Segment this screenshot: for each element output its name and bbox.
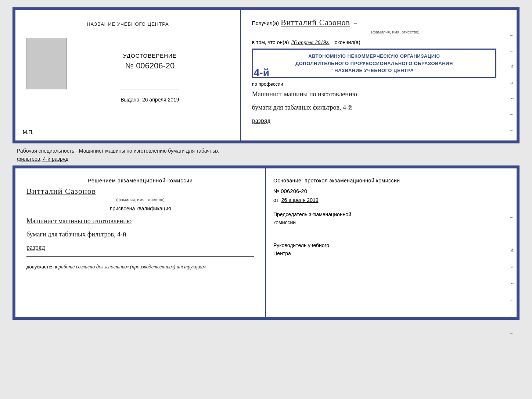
osnovanie-text: Основание: протокол экзаменационной коми… bbox=[273, 178, 509, 184]
fio-hint-top: (фамилия, имя, отчество) bbox=[371, 30, 420, 34]
vydano-date: 26 апреля 2019 bbox=[142, 97, 179, 103]
qual-line2: бумаги для табачных фильтров, 4-й bbox=[26, 228, 254, 241]
mp-label: М.П. bbox=[23, 129, 34, 135]
po-professii-label: по профессии bbox=[252, 81, 509, 87]
name-block: Витталий Сазонов (фамилия, имя, отчество… bbox=[26, 186, 254, 203]
photo-placeholder bbox=[26, 38, 67, 89]
dopuskaetsya-label: допускается к bbox=[26, 264, 57, 270]
vtom-line: в том, что он(а) 26 апреля 2019г. окончи… bbox=[252, 39, 509, 46]
udostoverenie-title: УДОСТОВЕРЕНИЕ bbox=[123, 53, 177, 59]
bottom-certificate: Решением экзаменационной комиссии Виттал… bbox=[12, 165, 520, 320]
ot-date: 26 апреля 2019 bbox=[281, 197, 319, 203]
stamp-line3: " НАЗВАНИЕ УЧЕБНОГО ЦЕНТРА " bbox=[258, 67, 491, 74]
prisvoena-text: присвоена квалификация bbox=[26, 206, 254, 211]
poluchil-prefix: Получил(а) bbox=[252, 20, 279, 26]
big-number: 4-й bbox=[254, 67, 269, 79]
protocol-number-text: № 006206-20 bbox=[273, 188, 307, 194]
protocol-number: № 006206-20 bbox=[273, 188, 509, 194]
bottom-cert-right: Основание: протокол экзаменационной коми… bbox=[266, 168, 517, 317]
rukovoditel-line2: Центра bbox=[273, 249, 509, 257]
cert-right-page: Получил(а) Витталий Сазонов – (фамилия, … bbox=[241, 10, 517, 140]
predsedatel-line2: комиссии bbox=[273, 218, 509, 227]
resheniem-title: Решением экзаменационной комиссии bbox=[26, 178, 254, 184]
vydano-line: Выдано 26 апреля 2019 bbox=[121, 97, 179, 103]
vtom-prefix: в том, что он(а) bbox=[252, 39, 289, 45]
cert-left-page: НАЗВАНИЕ УЧЕБНОГО ЦЕНТРА УДОСТОВЕРЕНИЕ №… bbox=[15, 10, 241, 140]
stamp-block: АВТОНОМНУЮ НЕКОММЕРЧЕСКУЮ ОРГАНИЗАЦИЮ ДО… bbox=[252, 49, 496, 78]
right-dashes-bottom: – – – И ,а ← – – – bbox=[510, 198, 515, 336]
bottom-cert-left: Решением экзаменационной комиссии Виттал… bbox=[15, 168, 266, 317]
predsedatel-block: Председатель экзаменационной комиссии bbox=[273, 210, 509, 230]
fio-hint-bottom: (фамилия, имя, отчество) bbox=[116, 197, 165, 202]
cert-school-name-label: НАЗВАНИЕ УЧЕБНОГО ЦЕНТРА bbox=[87, 21, 169, 27]
top-certificate: НАЗВАНИЕ УЧЕБНОГО ЦЕНТРА УДОСТОВЕРЕНИЕ №… bbox=[12, 7, 520, 143]
profession-line3: разряд bbox=[252, 115, 509, 127]
predsedatel-line1: Председатель экзаменационной bbox=[273, 210, 509, 218]
caption-block: Рабочая специальность - Машинист машины … bbox=[12, 146, 520, 165]
vtom-date: 26 апреля 2019г. bbox=[291, 39, 329, 46]
bottom-name: Витталий Сазонов bbox=[26, 186, 96, 196]
stamp-line1: АВТОНОМНУЮ НЕКОММЕРЧЕСКУЮ ОРГАНИЗАЦИЮ bbox=[258, 53, 491, 60]
rukovoditel-line1: Руководитель учебного bbox=[273, 241, 509, 249]
stamp-line2: ДОПОЛНИТЕЛЬНОГО ПРОФЕССИОНАЛЬНОГО ОБРАЗО… bbox=[258, 60, 491, 67]
vydano-label: Выдано bbox=[121, 97, 139, 103]
ot-label: от bbox=[273, 197, 278, 203]
okonchil-text: окончил(а) bbox=[335, 39, 360, 45]
dopusk-text: работе согласно должностным (производств… bbox=[58, 264, 206, 270]
caption-line1: Рабочая специальность - Машинист машины … bbox=[15, 148, 517, 154]
profession-line1: Машинист машины по изготовлению bbox=[252, 88, 509, 100]
udostoverenie-number: № 006206-20 bbox=[123, 61, 177, 71]
qual-line1: Машинист машины по изготовлению bbox=[26, 214, 254, 228]
right-dashes: – – И ,а ← – – bbox=[510, 32, 515, 133]
caption-line2: фильтров, 4-й разряд bbox=[15, 156, 517, 162]
rukovoditel-block: Руководитель учебного Центра bbox=[273, 241, 509, 261]
poluchil-line: Получил(а) Витталий Сазонов – bbox=[252, 18, 509, 27]
qual-line3: разряд bbox=[26, 241, 254, 254]
ot-line: от 26 апреля 2019 bbox=[273, 197, 509, 203]
dopuskaetsya-block: допускается к работе согласно должностны… bbox=[26, 264, 254, 270]
dash-after-name: – bbox=[354, 20, 357, 26]
profession-line2: бумаги для табачных фильтров, 4-й bbox=[252, 101, 509, 113]
recipient-name: Витталий Сазонов bbox=[281, 18, 350, 27]
